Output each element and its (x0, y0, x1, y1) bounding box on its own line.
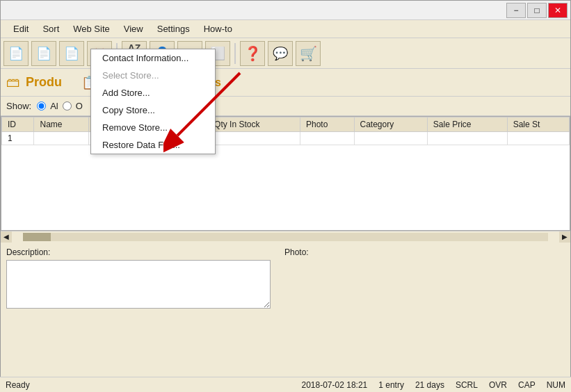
status-num: NUM (547, 380, 565, 390)
cell-photo (300, 132, 354, 145)
menu-website[interactable]: Web Site (66, 22, 117, 35)
minimize-button[interactable]: − (506, 3, 526, 18)
menu-contact-info[interactable]: Contact Information... (91, 49, 215, 67)
radio-all-label: Al (50, 101, 58, 111)
status-datetime: 2018-07-02 18:21 (301, 380, 367, 390)
cell-qty (209, 132, 300, 145)
status-right: 2018-07-02 18:21 1 entry 21 days SCRL OV… (301, 380, 565, 390)
col-sale-price: Sale Price (427, 117, 507, 132)
description-section: Description: (6, 247, 271, 311)
status-bar: Ready 2018-07-02 18:21 1 entry 21 days S… (0, 377, 571, 392)
photo-section: Photo: (284, 247, 309, 311)
hscroll-thumb[interactable] (23, 233, 51, 241)
menu-bar: Edit Sort Web Site View Settings How-to (1, 20, 570, 38)
status-days: 21 days (415, 380, 444, 390)
menu-howto[interactable]: How-to (197, 22, 239, 35)
detail-area: Description: Photo: (1, 242, 570, 316)
maximize-button[interactable]: □ (527, 3, 547, 18)
doc-icon-3: 📄 (64, 46, 79, 61)
nav-area: 🗃 Produ 📋 Orders Reports (1, 69, 570, 97)
cell-id: 1 (2, 132, 34, 145)
app-title: Produ (26, 75, 62, 90)
show-label: Show: (6, 101, 31, 111)
chat-icon: 💬 (273, 46, 288, 61)
product-table-container: ID Name ID Retail Price Qty In Stock Pho… (1, 116, 570, 231)
table-row[interactable]: 1 (2, 132, 570, 145)
hscroll-bar[interactable]: ◀ ▶ (1, 231, 570, 242)
window-controls: − □ ✕ (506, 3, 568, 18)
status-ready: Ready (6, 380, 61, 390)
menu-sort[interactable]: Sort (35, 22, 66, 35)
menu-select-store: Select Store... (91, 67, 215, 84)
menu-remove-store[interactable]: Remove Store... (91, 119, 215, 136)
hscroll-left[interactable]: ◀ (1, 231, 12, 243)
radio-other[interactable] (63, 101, 72, 111)
menu-copy-store[interactable]: Copy Store... (91, 101, 215, 119)
col-name: Name (34, 117, 89, 132)
product-table: ID Name ID Retail Price Qty In Stock Pho… (1, 117, 570, 145)
col-category: Category (354, 117, 427, 132)
table-header-row: ID Name ID Retail Price Qty In Stock Pho… (2, 117, 570, 132)
status-ovr: OVR (489, 380, 507, 390)
hscroll-right[interactable]: ▶ (559, 231, 570, 243)
context-menu: Contact Information... Select Store... A… (90, 49, 216, 154)
doc-icon-1: 📄 (8, 46, 24, 61)
toolbar-chat-btn[interactable]: 💬 (268, 41, 293, 66)
menu-settings[interactable]: Settings (150, 22, 197, 35)
cart-icon: 🛒 (300, 45, 317, 62)
col-qty: Qty In Stock (209, 117, 300, 132)
cell-category (354, 132, 427, 145)
database-icon: 🗃 (6, 74, 20, 90)
title-bar: − □ ✕ (1, 1, 570, 20)
cell-name (34, 132, 89, 145)
status-entries: 1 entry (378, 380, 404, 390)
menu-view[interactable]: View (117, 22, 150, 35)
hscroll-track[interactable] (23, 233, 548, 241)
status-cap: CAP (518, 380, 536, 390)
col-photo: Photo (300, 117, 354, 132)
radio-other-label: O (76, 101, 83, 111)
status-scrl: SCRL (456, 380, 478, 390)
toolbar: 📄 📄 📄 ✕ AZ↕ 👤 📷 ⬜ ❓ 💬 🛒 (1, 38, 570, 69)
radio-all[interactable] (37, 101, 46, 111)
toolbar-separator-2 (234, 43, 236, 64)
description-textbox[interactable] (6, 260, 271, 309)
toolbar-help-btn[interactable]: ❓ (240, 41, 265, 66)
toolbar-btn-1[interactable]: 📄 (3, 41, 29, 66)
col-id: ID (2, 117, 34, 132)
show-filter-row: Show: Al O (1, 97, 570, 116)
menu-restore-data[interactable]: Restore Data File... (91, 136, 215, 154)
menu-edit[interactable]: Edit (6, 22, 35, 35)
toolbar-cart-btn[interactable]: 🛒 (296, 41, 321, 66)
toolbar-btn-3[interactable]: 📄 (59, 41, 84, 66)
close-button[interactable]: ✕ (548, 3, 568, 18)
photo-label: Photo: (284, 247, 309, 257)
toolbar-btn-2[interactable]: 📄 (31, 41, 56, 66)
cell-sale-status (507, 132, 569, 145)
menu-add-store[interactable]: Add Store... (91, 84, 215, 101)
description-label: Description: (6, 247, 271, 257)
help-icon: ❓ (244, 45, 262, 62)
cell-sale-price (427, 132, 507, 145)
radio-group: Al O (37, 101, 83, 111)
doc-icon-2: 📄 (36, 46, 51, 61)
col-sale-status: Sale St (507, 117, 569, 132)
